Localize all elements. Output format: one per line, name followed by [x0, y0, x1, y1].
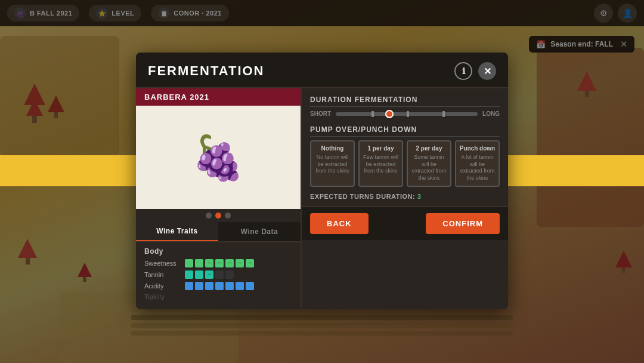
pump-cards: Nothing No tannin will be extracted from… [310, 140, 500, 187]
trait-block: 〜 [246, 259, 254, 267]
trait-block [195, 282, 203, 290]
modal-body: BARBERA 2021 🍇 Wine Traits Wine Data Bod… [136, 88, 508, 308]
pump-section: PUMP OVER/PUNCH DOWN Nothing No tannin w… [310, 125, 500, 187]
modal-header-icons: ℹ ✕ [454, 62, 496, 80]
trait-label-tannin: Tannin [144, 271, 180, 278]
trait-block: 〜 [236, 259, 244, 267]
trait-row-tipicity: Tipicity [144, 293, 292, 300]
pump-card-2perday[interactable]: 2 per day Some tannin will be extracted … [407, 140, 451, 187]
tab-wine-data[interactable]: Wine Data [218, 222, 301, 241]
progress-dot-1 [206, 213, 212, 219]
modal-header: FERMENTATION ℹ ✕ [136, 53, 508, 88]
trait-blocks-sweetness: 〜 〜 〜 〜 〜 [185, 259, 254, 267]
pump-card-nothing[interactable]: Nothing No tannin will be extracted from… [310, 140, 355, 187]
slider-thumb[interactable] [385, 110, 394, 118]
progress-dot-2 [215, 213, 221, 219]
expected-turns-label: EXPECTED TURNS DURATION: [310, 193, 415, 200]
trait-blocks-acidity [185, 282, 254, 290]
slider-tick [442, 111, 445, 117]
trait-row-sweetness: Sweetness 〜 〜 〜 〜 〜 [144, 259, 292, 267]
modal-footer: BACK CONFIRM [302, 206, 508, 240]
trait-label-tipicity: Tipicity [144, 293, 180, 300]
trait-block: 〜 [205, 259, 213, 267]
progress-dot-3 [225, 213, 231, 219]
duration-section: DURATION FERMENTATION SHORT LONG [310, 96, 500, 117]
back-button[interactable]: BACK [310, 213, 369, 234]
info-button[interactable]: ℹ [454, 62, 472, 80]
progress-dots [136, 209, 301, 222]
traits-section: Body Sweetness 〜 〜 〜 〜 〜 [136, 242, 301, 308]
trait-label-sweetness: Sweetness [144, 260, 180, 267]
fermentation-modal: FERMENTATION ℹ ✕ BARBERA 2021 🍇 Wine Tra… [136, 53, 508, 309]
pump-card-title-punchdown: Punch down [459, 145, 496, 152]
traits-title: Body [144, 247, 292, 256]
pump-card-body-punchdown: A lot of tannin will be extracted from t… [459, 154, 496, 182]
close-button[interactable]: ✕ [478, 62, 496, 80]
trait-block [225, 270, 234, 279]
pump-card-1perday[interactable]: 1 per day Few tannin will be extracted f… [358, 140, 403, 187]
slider-max-label: LONG [482, 110, 500, 117]
pump-card-punchdown[interactable]: Punch down A lot of tannin will be extra… [455, 140, 500, 187]
slider-track[interactable] [336, 112, 478, 116]
trait-block [215, 282, 224, 290]
pump-card-body-1perday: Few tannin will be extracted from the sk… [362, 154, 400, 175]
trait-row-tannin: Tannin 〜 [144, 270, 292, 279]
slider-tick [371, 111, 374, 117]
trait-block: 〜 [225, 259, 234, 267]
tab-wine-traits[interactable]: Wine Traits [136, 222, 218, 241]
expected-turns-value: 3 [417, 193, 422, 200]
slider-tick [407, 111, 409, 117]
tab-row: Wine Traits Wine Data [136, 222, 301, 242]
pump-card-body-2perday: Some tannin will be extracted from the s… [410, 154, 448, 182]
pump-card-title-2perday: 2 per day [410, 145, 448, 152]
pump-card-title-1perday: 1 per day [362, 145, 400, 152]
trait-block [225, 282, 234, 290]
wine-name-bar: BARBERA 2021 [136, 88, 301, 106]
trait-block [246, 282, 254, 290]
grape-image: 🍇 [191, 136, 245, 179]
trait-row-acidity: Acidity [144, 282, 292, 290]
duration-label: DURATION FERMENTATION [310, 96, 500, 107]
modal-title: FERMENTATION [148, 63, 265, 79]
trait-block [185, 270, 193, 279]
left-panel: BARBERA 2021 🍇 Wine Traits Wine Data Bod… [136, 88, 302, 308]
trait-block [185, 282, 193, 290]
trait-block [236, 282, 244, 290]
trait-block: 〜 [205, 270, 213, 279]
grape-display: 🍇 [136, 106, 301, 209]
trait-block [195, 270, 203, 279]
expected-turns-row: EXPECTED TURNS DURATION: 3 [310, 193, 500, 200]
slider-row: SHORT LONG [310, 110, 500, 117]
trait-block [205, 282, 213, 290]
trait-block [195, 259, 203, 267]
slider-min-label: SHORT [310, 110, 331, 117]
trait-block [185, 259, 193, 267]
trait-block: 〜 [215, 259, 224, 267]
trait-blocks-tannin: 〜 [185, 270, 234, 279]
pump-card-title-nothing: Nothing [314, 145, 351, 152]
trait-label-acidity: Acidity [144, 282, 180, 290]
pump-label: PUMP OVER/PUNCH DOWN [310, 125, 500, 137]
trait-block [215, 270, 224, 279]
pump-card-body-nothing: No tannin will be extracted from the ski… [314, 154, 351, 175]
right-panel: DURATION FERMENTATION SHORT LONG PUMP OV… [302, 88, 508, 308]
confirm-button[interactable]: CONFIRM [426, 213, 500, 234]
